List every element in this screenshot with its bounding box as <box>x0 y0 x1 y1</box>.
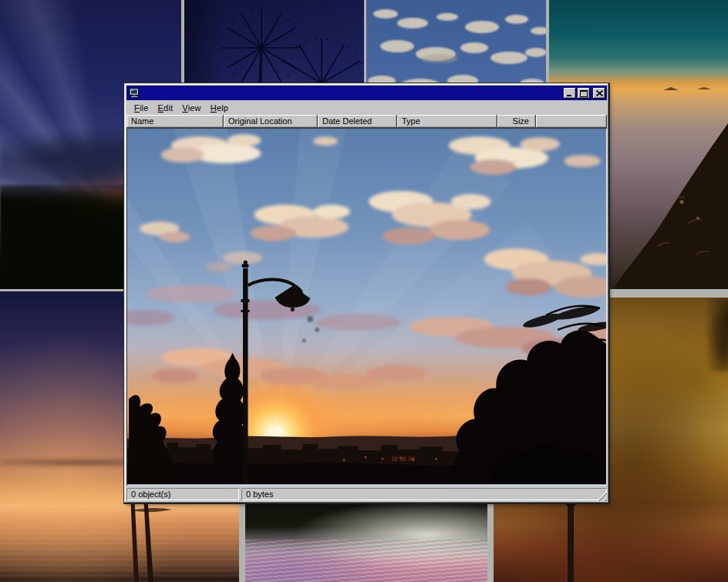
column-header-name[interactable]: Name <box>126 115 224 128</box>
computer-icon[interactable] <box>129 88 140 99</box>
desktop: File Edit View Help Name Original Locati… <box>0 0 728 582</box>
sunset-lamp-photo <box>127 129 606 484</box>
column-header-spacer[interactable] <box>536 115 607 128</box>
corner-branch-silhouette <box>702 298 728 372</box>
status-bytes: 0 bytes <box>241 488 607 500</box>
status-objects: 0 object(s) <box>126 488 239 500</box>
file-list-area[interactable] <box>126 128 607 486</box>
menu-help[interactable]: Help <box>206 102 233 114</box>
close-button[interactable] <box>593 88 605 99</box>
column-headers: Name Original Location Date Deleted Type… <box>126 115 607 128</box>
column-header-original-location[interactable]: Original Location <box>224 115 318 128</box>
minimize-icon <box>567 95 571 96</box>
column-header-date-deleted[interactable]: Date Deleted <box>318 115 397 128</box>
pink-ripples <box>245 540 487 582</box>
column-header-size[interactable]: Size <box>497 115 536 128</box>
close-icon <box>596 90 603 96</box>
recycle-bin-window: File Edit View Help Name Original Locati… <box>124 83 609 503</box>
maximize-button[interactable] <box>578 88 590 99</box>
statusbar: 0 object(s) 0 bytes <box>126 487 607 501</box>
titlebar[interactable] <box>126 86 607 100</box>
menu-view[interactable]: View <box>177 102 205 114</box>
minimize-button[interactable] <box>564 88 576 99</box>
column-header-type[interactable]: Type <box>397 115 497 128</box>
menu-file[interactable]: File <box>130 102 153 114</box>
menubar: File Edit View Help <box>126 101 607 115</box>
water-reflection-photo <box>245 501 487 582</box>
maximize-icon <box>580 90 588 97</box>
menu-edit[interactable]: Edit <box>153 102 178 114</box>
